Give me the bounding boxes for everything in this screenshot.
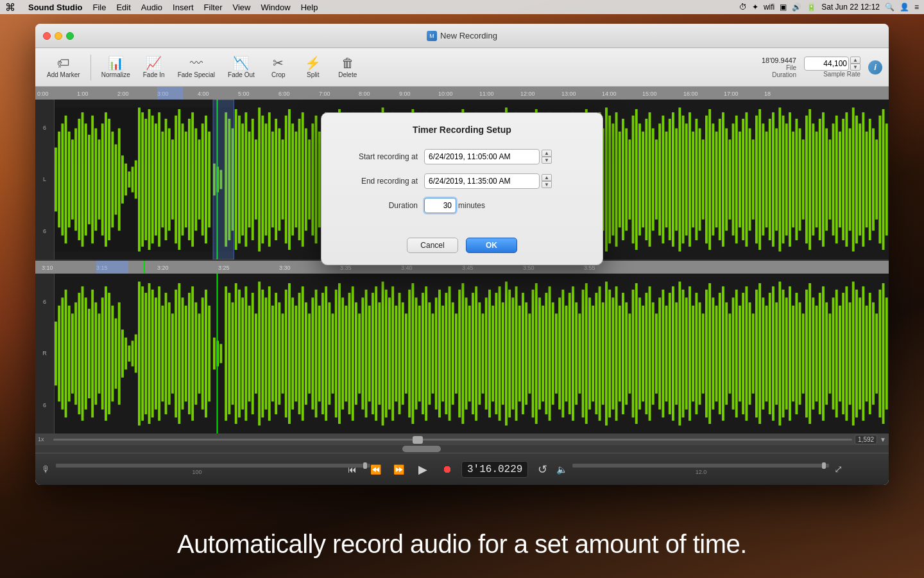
close-button[interactable] [43,32,51,40]
fade-out-button[interactable]: 📉 Fade Out [223,54,260,81]
svg-text:3:30: 3:30 [279,265,291,271]
svg-text:15:00: 15:00 [642,91,657,97]
sample-rate-down[interactable]: ▼ [850,64,860,71]
dialog-title: Timer Recording Setup [321,113,603,144]
svg-rect-311 [132,341,134,367]
svg-rect-98 [308,139,311,220]
delete-button[interactable]: 🗑 Delete [332,54,364,81]
svg-rect-189 [612,123,614,235]
play-button[interactable]: ▶ [413,459,433,480]
zoom-thumb[interactable] [413,436,423,444]
end-recording-input[interactable] [424,173,540,189]
svg-rect-446 [585,283,588,424]
end-stepper-down[interactable]: ▼ [542,181,552,188]
end-stepper: ▲ ▼ [542,174,552,188]
menu-view[interactable]: View [228,3,256,12]
fast-forward-button[interactable]: ⏩ [389,460,407,478]
svg-rect-60 [178,109,180,250]
svg-rect-96 [302,112,304,247]
menu-help[interactable]: Help [296,3,323,12]
input-slider-thumb[interactable] [363,462,367,469]
info-button[interactable]: i [868,60,882,74]
svg-text:8:00: 8:00 [359,91,370,97]
svg-rect-427 [522,293,524,414]
input-level-slider[interactable] [56,464,338,468]
svg-rect-535 [882,283,885,424]
apple-menu-icon[interactable]: ⌘ [5,1,15,13]
fade-special-button[interactable]: 〰 Fade Special [173,54,220,81]
svg-rect-306 [115,319,117,389]
svg-rect-250 [816,132,818,227]
menu-edit[interactable]: Edit [111,3,135,12]
menu-window[interactable]: Window [255,3,295,12]
svg-rect-228 [742,119,744,240]
sample-rate-up[interactable]: ▲ [850,57,860,64]
svg-rect-525 [849,302,851,405]
zoom-select[interactable]: 1,592 [855,435,877,444]
zoom-dropdown-icon[interactable]: ▼ [880,436,886,443]
svg-rect-62 [185,132,187,227]
svg-rect-230 [749,128,751,231]
svg-rect-232 [755,116,758,243]
expand-button[interactable]: ⤢ [834,463,843,475]
svg-rect-467 [655,313,658,394]
svg-rect-310 [128,346,130,362]
svg-rect-263 [859,123,861,235]
svg-text:10:00: 10:00 [438,91,453,97]
output-level-slider[interactable] [572,464,829,468]
output-slider-thumb[interactable] [822,462,826,469]
spotlight-icon[interactable]: 🔍 [885,3,894,12]
notification-icon[interactable]: ≡ [914,3,919,12]
maximize-button[interactable] [66,32,74,40]
svg-rect-528 [859,297,861,409]
svg-rect-262 [855,116,858,243]
start-stepper-down[interactable]: ▼ [542,157,552,164]
minimize-button[interactable] [55,32,62,40]
menu-audio[interactable]: Audio [136,3,167,12]
menu-insert[interactable]: Insert [167,3,199,12]
fade-in-button[interactable]: 📈 Fade In [138,54,170,81]
menu-file[interactable]: File [87,3,111,12]
rewind-button[interactable]: ⏪ [366,460,384,478]
svg-rect-530 [866,306,868,401]
scroll-track[interactable] [35,445,889,453]
svg-rect-239 [778,107,781,251]
svg-rect-469 [662,290,664,417]
svg-rect-382 [372,293,374,414]
sample-rate-input[interactable] [804,57,849,71]
svg-rect-402 [438,290,441,417]
app-name[interactable]: Sound Studio [23,3,87,12]
svg-rect-521 [835,290,838,417]
split-button[interactable]: ⚡ Split [297,54,329,81]
duration-input[interactable] [424,198,456,213]
svg-text:16:00: 16:00 [683,91,698,97]
svg-rect-95 [298,119,301,240]
cancel-button[interactable]: Cancel [407,238,458,253]
ok-button[interactable]: OK [466,238,517,253]
start-recording-input[interactable] [424,149,540,164]
svg-rect-35 [94,128,97,231]
svg-rect-254 [828,139,831,220]
normalize-button[interactable]: 📊 Normalize [96,54,135,81]
menu-filter[interactable]: Filter [199,3,228,12]
fade-in-icon: 📈 [146,57,162,69]
svg-rect-26 [65,116,67,243]
scroll-thumb[interactable] [402,446,441,452]
crop-button[interactable]: ✂ Crop [262,54,295,81]
add-marker-label: Add Marker [47,71,80,78]
rewind-to-start-button[interactable]: ⏮ [343,460,361,478]
end-stepper-up[interactable]: ▲ [542,174,552,181]
svg-rect-91 [285,116,287,243]
svg-rect-54 [158,112,160,247]
svg-rect-221 [719,119,721,240]
start-stepper-up[interactable]: ▲ [542,150,552,157]
loop-button[interactable]: ↺ [533,460,551,478]
svg-rect-55 [161,132,164,227]
record-button[interactable]: ⏺ [438,460,456,478]
zoom-slider[interactable] [53,439,852,441]
svg-text:1:00: 1:00 [77,91,89,97]
add-marker-button[interactable]: 🏷 Add Marker [42,54,85,81]
svg-rect-33 [88,135,90,224]
timer-recording-dialog[interactable]: Timer Recording Setup Start recording at… [321,112,603,265]
right-track-waveform[interactable] [55,274,889,434]
